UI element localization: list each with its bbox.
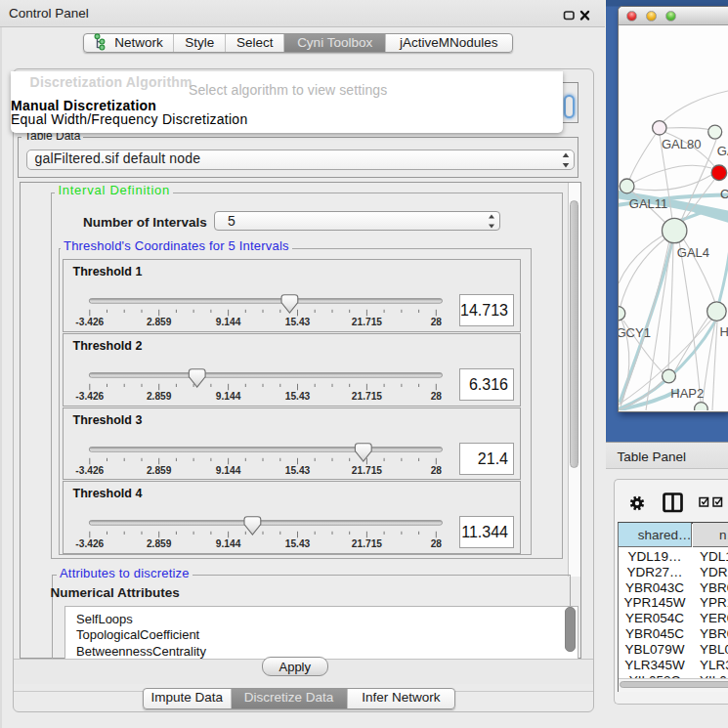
svg-text:GAL80: GAL80 bbox=[662, 137, 701, 151]
svg-text:2.859: 2.859 bbox=[146, 317, 171, 327]
svg-text:H: H bbox=[720, 324, 728, 339]
svg-text:9.144: 9.144 bbox=[215, 391, 240, 402]
svg-text:15.43: 15.43 bbox=[284, 317, 310, 327]
svg-text:9.144: 9.144 bbox=[215, 465, 240, 476]
svg-text:28: 28 bbox=[430, 317, 442, 327]
svg-text:2.859: 2.859 bbox=[146, 538, 171, 549]
svg-text:-3.426: -3.426 bbox=[75, 391, 104, 402]
svg-text:21.715: 21.715 bbox=[351, 317, 381, 327]
svg-text:21.715: 21.715 bbox=[351, 391, 381, 402]
svg-text:9.144: 9.144 bbox=[215, 317, 240, 327]
svg-text:C: C bbox=[720, 187, 728, 201]
svg-text:28: 28 bbox=[430, 465, 442, 476]
svg-text:28: 28 bbox=[430, 391, 442, 402]
svg-text:15.43: 15.43 bbox=[284, 538, 310, 549]
svg-text:2.859: 2.859 bbox=[146, 465, 171, 476]
svg-text:GAL11: GAL11 bbox=[629, 196, 668, 211]
svg-text:GA: GA bbox=[717, 144, 728, 158]
svg-text:HAP2: HAP2 bbox=[670, 386, 704, 401]
svg-text:28: 28 bbox=[430, 538, 442, 549]
svg-text:GAL4: GAL4 bbox=[677, 245, 709, 260]
svg-text:21.715: 21.715 bbox=[351, 465, 381, 476]
svg-text:GCY1: GCY1 bbox=[619, 325, 651, 340]
svg-text:-3.426: -3.426 bbox=[75, 317, 104, 327]
svg-text:2.859: 2.859 bbox=[146, 391, 171, 402]
svg-text:21.715: 21.715 bbox=[351, 538, 381, 549]
svg-text:-3.426: -3.426 bbox=[75, 465, 104, 476]
svg-text:-3.426: -3.426 bbox=[75, 538, 104, 549]
svg-text:15.43: 15.43 bbox=[284, 391, 310, 402]
svg-text:9.144: 9.144 bbox=[215, 538, 240, 549]
svg-text:15.43: 15.43 bbox=[284, 465, 310, 476]
